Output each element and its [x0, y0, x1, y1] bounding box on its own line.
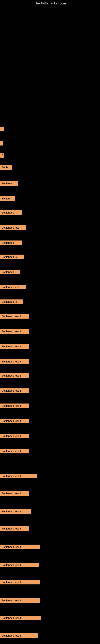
bottleneck-item: B: [0, 127, 4, 132]
bottleneck-item: Bottleneck result: [0, 509, 31, 514]
bottleneck-item: Bottleneck result: [0, 563, 39, 567]
bottleneck-item: Bottleneck result: [0, 580, 40, 584]
bottleneck-item: Bottleneck result: [0, 633, 38, 638]
bottleneck-item: Bottleneck result: [0, 359, 29, 364]
bottleneck-item: Bottleneck result: [0, 434, 29, 438]
bottleneck-item: Bottleneck result: [0, 616, 41, 620]
bottleneck-item: Bottleneck result: [0, 418, 29, 423]
bottleneck-item: Bottleneck result: [0, 544, 40, 549]
bottleneck-item: Bottleneck result: [0, 388, 29, 393]
bottleneck-item: Bottleneck result: [0, 491, 29, 496]
site-title: TheBottlenecker.com: [0, 0, 100, 5]
bottleneck-item: Bottleneck result: [0, 344, 29, 349]
bottleneck-item: B: [0, 153, 4, 158]
bottleneck-item: Bottleneck r: [0, 210, 22, 215]
bottleneck-item: Bottleneck re: [0, 300, 23, 304]
bottleneck-item: Bottleneck result: [0, 329, 29, 334]
bottleneck-item: Bottle: [0, 165, 12, 170]
bottleneck-item: Bottleneck result: [0, 404, 29, 408]
bottleneck-item: Bottleneck: [0, 270, 20, 274]
bottleneck-item: Bottlen: [0, 196, 15, 201]
bottleneck-item: Bottleneck result: [0, 598, 40, 603]
bottleneck-item: Bottleneck resu: [0, 285, 26, 290]
bottleneck-item: Bottleneck r: [0, 240, 22, 245]
bottleneck-item: Bottleneck result: [0, 373, 29, 378]
bottleneck-item: Bottleneck re: [0, 254, 24, 259]
bottleneck-item: |: [0, 141, 3, 146]
bottleneck-item: Bottleneck result: [0, 314, 29, 318]
bottleneck-item: Bottleneck resu: [0, 226, 26, 230]
bottleneck-item: Bottleneck result: [0, 449, 29, 454]
bottleneck-item: Bottleneck: [0, 181, 18, 186]
bottleneck-item: Bottleneck result: [0, 474, 37, 478]
bottleneck-item: Bottleneck result: [0, 526, 29, 531]
